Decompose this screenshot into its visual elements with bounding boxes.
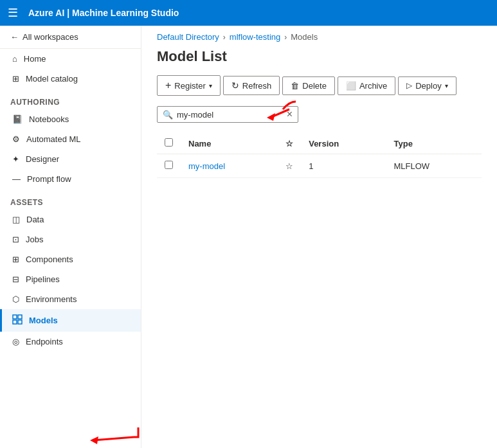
data-icon: ◫: [12, 215, 20, 224]
environments-icon: ⬡: [12, 294, 19, 304]
sidebar-item-label: Automated ML: [26, 134, 81, 144]
catalog-icon: ⊞: [12, 74, 19, 84]
table-row: my-model ☆ 1 MLFLOW: [157, 154, 482, 178]
sidebar-item-automated-ml[interactable]: ⚙ Automated ML: [0, 129, 141, 149]
endpoints-icon: ◎: [12, 337, 19, 346]
sidebar-item-environments[interactable]: ⬡ Environments: [0, 289, 141, 309]
toolbar: + Register ▾ ↻ Refresh 🗑 Delete ⬜ Archiv…: [141, 75, 497, 106]
sidebar-item-label: Models: [29, 316, 58, 325]
sidebar-item-label: Designer: [26, 154, 59, 164]
sidebar-item-label: Environments: [26, 294, 77, 304]
refresh-icon: ↻: [231, 80, 239, 91]
svg-rect-2: [13, 320, 17, 324]
version-cell: 1: [301, 154, 386, 178]
deploy-button[interactable]: ▷ Deploy ▾: [398, 76, 456, 95]
authoring-section-label: Authoring: [0, 89, 141, 109]
breadcrumb-models: Models: [291, 32, 318, 42]
svg-rect-1: [18, 315, 22, 319]
sidebar-item-components[interactable]: ⊞ Components: [0, 249, 141, 269]
breadcrumb-sep-1: ›: [223, 33, 226, 42]
star-cell[interactable]: ☆: [278, 154, 301, 178]
sidebar-item-label: Jobs: [26, 235, 43, 244]
sidebar: ← All workspaces Home ⊞ Model catalog Au…: [0, 26, 141, 448]
jobs-icon: ⊡: [12, 235, 19, 244]
svg-rect-3: [18, 320, 22, 324]
sidebar-item-label: Model catalog: [26, 74, 78, 84]
automated-icon: ⚙: [12, 134, 20, 144]
sidebar-item-pipelines[interactable]: ⊟ Pipelines: [0, 269, 141, 289]
search-icon: 🔍: [163, 110, 173, 120]
type-cell: MLFLOW: [386, 154, 482, 178]
plus-icon: +: [165, 80, 171, 91]
search-container: 🔍 ×: [157, 106, 298, 123]
sidebar-item-notebooks[interactable]: 📓 Notebooks: [0, 109, 141, 129]
dropdown-chevron-icon: ▾: [209, 82, 212, 89]
sidebar-item-label: Prompt flow: [27, 174, 71, 184]
sidebar-item-models[interactable]: Models: [0, 309, 141, 332]
refresh-label: Refresh: [242, 81, 272, 91]
sidebar-item-label: Endpoints: [26, 337, 63, 346]
top-bar: ☰ Azure AI | Machine Learning Studio: [0, 0, 497, 26]
archive-button[interactable]: ⬜ Archive: [338, 76, 395, 95]
archive-icon: ⬜: [346, 81, 356, 91]
delete-button[interactable]: 🗑 Delete: [282, 76, 335, 95]
table-col-checkbox: [157, 133, 181, 154]
table-col-star[interactable]: ☆: [278, 133, 301, 154]
sidebar-item-home[interactable]: Home: [0, 49, 141, 69]
register-button[interactable]: + Register ▾: [157, 75, 221, 96]
sidebar-item-label: Components: [26, 255, 73, 264]
app-title: Azure AI | Machine Learning Studio: [28, 8, 179, 18]
breadcrumb-sep-2: ›: [284, 33, 287, 42]
home-icon: [12, 54, 17, 64]
sidebar-item-jobs[interactable]: ⊡ Jobs: [0, 229, 141, 249]
deploy-chevron-icon: ▾: [445, 82, 448, 89]
models-icon: [12, 314, 23, 327]
components-icon: ⊞: [12, 255, 19, 264]
sidebar-item-designer[interactable]: ✦ Designer: [0, 149, 141, 169]
pipelines-icon: ⊟: [12, 274, 19, 284]
breadcrumb-mlflow-testing[interactable]: mlflow-testing: [230, 32, 280, 42]
model-name-cell: my-model: [181, 154, 278, 178]
refresh-button[interactable]: ↻ Refresh: [223, 76, 280, 95]
row-checkbox-cell: [157, 154, 181, 178]
row-checkbox[interactable]: [165, 161, 173, 169]
delete-icon: 🗑: [291, 81, 299, 91]
svg-rect-0: [13, 315, 17, 319]
search-clear-icon[interactable]: ×: [287, 109, 293, 120]
models-table: Name ☆ Version Type my-model ☆: [157, 133, 482, 178]
deploy-icon: ▷: [406, 81, 412, 90]
sidebar-item-label: Data: [26, 215, 44, 224]
back-arrow-icon: ←: [10, 32, 19, 42]
delete-label: Delete: [302, 81, 327, 91]
breadcrumb-default-directory[interactable]: Default Directory: [157, 32, 219, 42]
table-wrapper: Name ☆ Version Type my-model ☆: [141, 133, 497, 178]
table-col-name[interactable]: Name: [181, 133, 278, 154]
assets-section-label: Assets: [0, 189, 141, 210]
sidebar-item-endpoints[interactable]: ◎ Endpoints: [0, 332, 141, 352]
sidebar-item-label: Pipelines: [26, 274, 60, 284]
sidebar-item-prompt-flow[interactable]: — Prompt flow: [0, 169, 141, 189]
main-content: Default Directory › mlflow-testing › Mod…: [141, 26, 497, 448]
page-title: Model List: [141, 46, 497, 75]
table-col-version[interactable]: Version: [301, 133, 386, 154]
hamburger-icon[interactable]: ☰: [8, 6, 18, 20]
promptflow-icon: —: [12, 174, 21, 184]
sidebar-item-label: Notebooks: [29, 114, 69, 124]
sidebar-item-label: Home: [24, 54, 46, 64]
select-all-checkbox[interactable]: [165, 138, 173, 147]
notebook-icon: 📓: [12, 114, 23, 124]
sidebar-item-model-catalog[interactable]: ⊞ Model catalog: [0, 69, 141, 89]
table-col-type[interactable]: Type: [386, 133, 482, 154]
deploy-label: Deploy: [415, 81, 441, 91]
back-label: All workspaces: [23, 32, 78, 42]
designer-icon: ✦: [12, 154, 19, 164]
sidebar-item-data[interactable]: ◫ Data: [0, 210, 141, 229]
archive-label: Archive: [359, 81, 387, 91]
model-name-link[interactable]: my-model: [188, 161, 225, 171]
breadcrumb: Default Directory › mlflow-testing › Mod…: [141, 26, 497, 46]
back-to-workspaces[interactable]: ← All workspaces: [0, 26, 141, 49]
search-input[interactable]: [177, 110, 287, 120]
register-label: Register: [174, 81, 205, 91]
